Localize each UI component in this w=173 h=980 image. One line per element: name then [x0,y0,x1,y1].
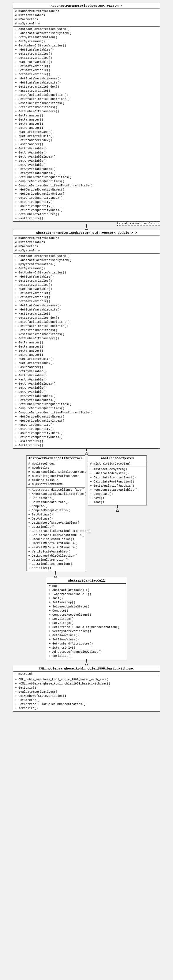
attr-4: # mpSystemInfo [15,22,158,26]
abstract-ps-vector-box: AbstractParameterisedSystem< VECTOR > # … [13,3,160,222]
abstract-ps-double-title: AbstractParameterisedSystem< std::vector… [13,230,160,235]
inheritance-arrow-1: △ [85,227,88,230]
abstract-ps-vector-methods: + AbstractParameterisedSystem() + ~Abstr… [13,27,160,221]
inheritance-arrow-2: △ [85,451,88,455]
abstract-ps-double-box: AbstractParameterisedSystem< std::vector… [13,230,160,449]
inheritance-arrow-5: △ [85,662,88,666]
cml-methods: + CML_noble_varghese_kohl_noble_1998_bas… [13,677,160,711]
attr-2: # mStateVariables [15,14,158,18]
aci-box: AbstractCardiacCellInterface # mVoltageI… [26,455,85,571]
cml-title: CML_noble_varghese_kohl_noble_1998_basic… [13,666,160,671]
aode-attrs: # mIsAnalytic(Jacobian) [88,461,147,467]
template-wrapper-1: AbstractParameterisedSystem< VECTOR > # … [13,3,160,224]
acc-wrapper: AbstractCardiacCell # mDt + AbstractCard… [47,578,126,666]
aode-box: AbstractOdeSystem # mIsAnalytic(Jacobian… [88,455,147,506]
abstract-ps-double-attrs: # mNumberOfStateVariables # mStateVariab… [13,235,160,253]
abstract-ps-double-wrapper: AbstractParameterisedSystem< std::vector… [13,230,160,455]
acc-box: AbstractCardiacCell # mDt + AbstractCard… [47,578,126,659]
middle-row: AbstractCardiacCellInterface # mVoltageI… [26,455,147,578]
acc-title: AbstractCardiacCell [47,578,126,583]
abstract-ps-vector-attrs: # mNumberOfStateVariables # mStateVariab… [13,8,160,27]
cml-attrs: - mStretch [13,671,160,677]
cml-box: CML_noble_varghese_kohl_noble_1998_basic… [13,666,160,711]
inheritance-arrow-3: △ [54,574,58,578]
abstract-ps-vector-wrapper: AbstractParameterisedSystem< VECTOR > # … [13,3,160,230]
aode-methods: + AbstractOdeSystem() + ~AbstractOdeSyst… [88,467,147,505]
template-param-1: < std::vector< double > > [117,222,160,226]
abstract-ps-vector-title: AbstractParameterisedSystem< VECTOR > [13,3,160,8]
aci-title: AbstractCardiacCellInterface [26,456,85,461]
aci-attrs: # mVoltageIndex # mp0deSolver # mpIntrac… [26,461,85,487]
aci-methods: + AbstractCardiacCellInterface() + ~Abst… [26,487,85,571]
aode-title: AbstractOdeSystem [88,456,147,461]
acc-methods: # mDt + AbstractCardiacCell() + ~Abstrac… [47,583,126,659]
attr-1: # mNumberOfStateVariables [15,10,158,14]
cml-wrapper: CML_noble_varghese_kohl_noble_1998_basic… [13,666,160,711]
aode-col: AbstractOdeSystem # mIsAnalytic(Jacobian… [88,455,147,512]
uml-diagram: AbstractParameterisedSystem< VECTOR > # … [3,3,170,711]
attr-3: # mParameters [15,18,158,22]
abstract-ps-double-methods: + AbstractParameterisedSystem() + ~Abstr… [13,253,160,449]
inheritance-arrow-4: △ [116,508,119,512]
aci-col: AbstractCardiacCellInterface # mVoltageI… [26,455,85,578]
